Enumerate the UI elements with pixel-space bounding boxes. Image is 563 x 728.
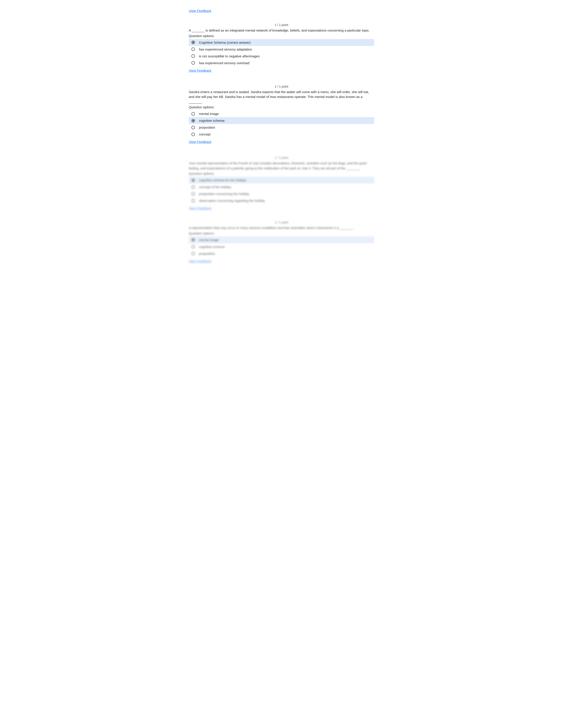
score-label-1: 1 / 1 point [189,23,374,27]
options-list-3: cognitive schema for the holiday concept… [189,177,374,204]
option-label-1-3: is not susceptible to negative afterimag… [199,54,259,58]
question-text-2: Sandra enters a restaurant and is seated… [189,90,374,105]
radio-icon-2-4 [191,133,195,136]
option-label-3-4: observation concerning regarding the hol… [199,199,265,203]
option-label-4-1: mental image [199,238,219,242]
score-label-4: 1 / 1 point [189,221,374,224]
option-item-2-2[interactable]: cognitive schema [189,117,374,124]
radio-icon-3-4 [191,199,195,203]
option-item-4-2[interactable]: cognitive schema [189,243,374,250]
option-label-3-3: proposition concerning the holiday [199,192,249,196]
radio-icon-2-1 [191,112,195,116]
options-list-4: mental image cognitive schema propositio… [189,236,374,257]
radio-icon-4-1 [191,238,195,242]
question-block-1: 1 / 1 pointA _______ is defined as an in… [189,23,374,74]
option-label-1-2: has experienced sensory adaptation [199,47,252,51]
option-item-1-4[interactable]: has experienced sensory overload [189,60,374,66]
option-label-1-4: has experienced sensory overload [199,61,249,65]
option-label-2-4: concept [199,132,211,136]
option-item-1-1[interactable]: Cognitive Schema (correct answer) [189,39,374,46]
option-label-4-3: proposition [199,252,215,255]
option-item-3-1[interactable]: cognitive schema for the holiday [189,177,374,184]
radio-icon-2-2 [191,119,195,122]
radio-icon-2-3 [191,126,195,129]
option-item-2-3[interactable]: proposition [189,124,374,131]
option-item-3-4[interactable]: observation concerning regarding the hol… [189,197,374,204]
question-text-4: A representation that may occur in many … [189,225,374,231]
option-label-2-3: proposition [199,126,215,129]
radio-icon-3-3 [191,192,195,196]
option-item-1-3[interactable]: is not susceptible to negative afterimag… [189,53,374,60]
view-feedback-link-3: View Feedback [189,206,211,210]
radio-icon-3-1 [191,178,195,182]
options-label-4: Question options: [189,231,374,235]
score-label-3: 1 / 1 point [189,156,374,159]
view-feedback-link-2[interactable]: View Feedback [189,140,211,144]
option-label-1-1: Cognitive Schema (correct answer) [199,41,250,44]
question-block-4: 1 / 1 pointA representation that may occ… [189,221,374,263]
radio-icon-1-1 [191,41,195,44]
options-label-3: Question options: [189,172,374,175]
radio-icon-4-2 [191,245,195,248]
option-label-4-2: cognitive schema [199,245,224,249]
radio-icon-1-2 [191,47,195,51]
option-item-2-4[interactable]: concept [189,131,374,138]
top-view-feedback-link[interactable]: View Feedback [189,9,211,13]
radio-icon-3-2 [191,185,195,189]
option-item-4-3[interactable]: proposition [189,250,374,257]
options-list-1: Cognitive Schema (correct answer) has ex… [189,39,374,66]
option-label-2-1: mental image [199,112,219,116]
question-text-1: A _______ is defined as an integrated me… [189,28,374,33]
question-text-3: Your mental representation of the Fourth… [189,161,374,171]
options-label-2: Question options: [189,105,374,109]
radio-icon-1-3 [191,54,195,58]
options-label-1: Question options: [189,34,374,38]
radio-icon-1-4 [191,61,195,65]
option-label-3-1: cognitive schema for the holiday [199,178,246,182]
options-list-2: mental image cognitive schema propositio… [189,110,374,138]
view-feedback-link-4: View Feedback [189,259,211,263]
option-label-3-2: concept of the holiday [199,185,231,189]
option-item-3-2[interactable]: concept of the holiday [189,184,374,190]
option-item-1-2[interactable]: has experienced sensory adaptation [189,46,374,53]
option-item-4-1[interactable]: mental image [189,236,374,243]
question-block-3: 1 / 1 pointYour mental representation of… [189,156,374,210]
score-label-2: 1 / 1 point [189,85,374,88]
radio-icon-4-3 [191,252,195,255]
questions-container: 1 / 1 pointA _______ is defined as an in… [189,23,374,263]
question-block-2: 1 / 1 pointSandra enters a restaurant an… [189,85,374,146]
view-feedback-link-1[interactable]: View Feedback [189,69,211,72]
option-item-2-1[interactable]: mental image [189,110,374,117]
option-item-3-3[interactable]: proposition concerning the holiday [189,190,374,197]
option-label-2-2: cognitive schema [199,119,224,122]
